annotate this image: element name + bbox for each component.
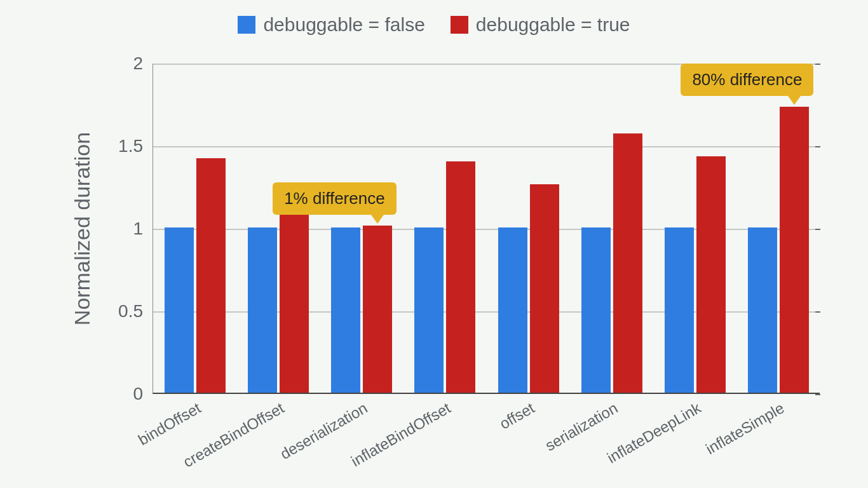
- y-tick-label: 1: [133, 219, 153, 239]
- bar-series-1: [446, 161, 475, 393]
- bar-series-0: [665, 227, 694, 393]
- bar-series-1: [780, 107, 809, 393]
- bar-group: inflateBindOffset: [403, 64, 487, 393]
- bar-group: inflateDeepLink: [654, 64, 737, 393]
- bar-series-0: [581, 227, 611, 393]
- y-tick-label: 0: [133, 384, 153, 404]
- legend-swatch-0: [238, 16, 255, 34]
- bar-series-0: [748, 227, 777, 393]
- bar-group: serialization: [570, 64, 653, 393]
- bar-chart-plot-area: 00.511.52bindOffsetcreateBindOffsetdeser…: [153, 64, 820, 394]
- bar-group: bindOffset: [153, 64, 236, 393]
- bar-series-0: [248, 227, 277, 393]
- x-tick-label: inflateDeepLink: [604, 399, 704, 467]
- legend: debuggable = false debuggable = true: [0, 14, 868, 36]
- bar-group: createBindOffset: [236, 64, 320, 393]
- bar-group: offset: [487, 64, 570, 393]
- bar-series-0: [498, 227, 527, 393]
- legend-label-0: debuggable = false: [263, 14, 424, 36]
- bar-group: deserialization: [320, 64, 403, 393]
- bar-series-0: [331, 227, 360, 393]
- bar-series-1: [196, 158, 226, 393]
- legend-item-series-0: debuggable = false: [238, 14, 424, 36]
- bar-group: inflateSimple: [737, 64, 820, 393]
- bar-series-1: [280, 196, 309, 393]
- legend-swatch-1: [451, 16, 468, 34]
- y-axis-label: Normalized duration: [70, 132, 95, 325]
- bar-series-1: [363, 226, 392, 393]
- annotation-callout: 80% difference: [681, 64, 813, 96]
- bar-series-0: [165, 227, 194, 393]
- x-tick-label: serialization: [542, 399, 621, 455]
- y-tick-label: 2: [133, 53, 153, 74]
- x-tick-label: inflateSimple: [703, 399, 787, 458]
- bar-series-1: [613, 133, 642, 393]
- y-tick-label: 1.5: [118, 136, 153, 156]
- legend-item-series-1: debuggable = true: [451, 14, 630, 36]
- bar-series-1: [530, 184, 559, 393]
- x-tick-label: bindOffset: [135, 399, 203, 449]
- bar-series-0: [414, 227, 444, 393]
- bar-series-1: [696, 156, 726, 393]
- y-tick-label: 0.5: [118, 301, 153, 322]
- legend-label-1: debuggable = true: [476, 14, 630, 36]
- x-tick-label: offset: [496, 399, 537, 433]
- annotation-callout: 1% difference: [273, 182, 397, 215]
